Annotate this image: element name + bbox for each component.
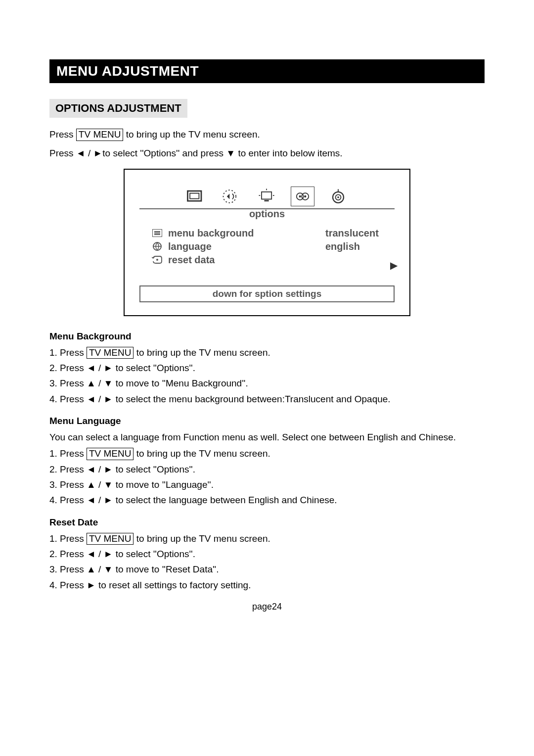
tab-options-icon [291,187,314,206]
menu-item-value: english [325,241,395,252]
section-heading: OPTIONS ADJUSTMENT [49,99,187,118]
svg-point-7 [299,195,301,197]
instruction-step: 1. Press TV MENU to bring up the TV menu… [49,446,485,461]
intro-text: Press ◄ / ►to select ''Options'' and pre… [49,145,485,161]
menu-row-background: menu background translucent [151,228,395,239]
screen-footer-note: down for sption settings [139,285,395,302]
instruction-step: 3. Press ▲ / ▼ to move to ''Reset Data''… [49,562,485,577]
tv-menu-screenshot: options menu background translucent lang… [124,169,410,316]
intro-text: Press [49,129,76,140]
tab-channel-icon [326,187,350,206]
menu-item-value: translucent [325,228,395,239]
subsection-title: Menu Background [49,331,485,342]
tab-sound-icon [220,187,243,206]
tv-menu-button-label: TV MENU [76,129,124,141]
list-icon [151,229,163,237]
instruction-step: 1. Press TV MENU to bring up the TV menu… [49,345,485,360]
intro-text: to bring up the TV menu screen. [123,129,260,140]
step-text: to bring up the TV menu screen. [134,347,270,358]
menu-list: menu background translucent language eng… [151,228,395,266]
page-title: MENU ADJUSTMENT [49,59,485,83]
instruction-step: 1. Press TV MENU to bring up the TV menu… [49,531,485,546]
step-text: 1. Press [49,347,87,358]
svg-rect-4 [265,200,269,201]
step-text: 1. Press [49,448,87,459]
tv-menu-button-label: TV MENU [87,347,134,359]
svg-point-11 [337,196,339,198]
menu-row-reset: reset data [151,254,395,266]
svg-point-17 [156,259,158,261]
menu-item-label: language [168,241,320,252]
tab-screen-icon [255,187,279,206]
instruction-step: 3. Press ▲ / ▼ to move to ''Menu Backgro… [49,376,485,391]
tv-menu-button-label: TV MENU [87,533,134,545]
instruction-step: 2. Press ◄ / ► to select ''Options''. [49,462,485,477]
instruction-sections: Menu Background1. Press TV MENU to bring… [49,331,485,593]
svg-rect-1 [190,193,199,198]
screen-tab-title: options [249,208,285,219]
svg-rect-3 [262,191,271,199]
page-number: page24 [49,602,485,612]
subsection-title: Menu Language [49,416,485,426]
instruction-step: 2. Press ◄ / ► to select ''Options''. [49,360,485,376]
reset-icon [151,255,163,264]
instruction-step: 2. Press ◄ / ► to select ''Options''. [49,546,485,562]
menu-item-label: reset data [168,254,320,266]
svg-point-8 [304,195,306,197]
step-text: 1. Press [49,533,87,544]
menu-item-label: menu background [168,228,320,239]
subsection-title: Reset Date [49,517,485,528]
instruction-step: 4. Press ◄ / ► to select the language be… [49,492,485,508]
menu-row-language: language english [151,241,395,252]
body-paragraph: You can select a language from Function … [49,429,485,445]
tv-menu-button-label: TV MENU [87,448,134,460]
instruction-step: 4. Press ◄ / ► to select the menu backgr… [49,391,485,407]
instruction-step: 4. Press ► to reset all settings to fact… [49,577,485,593]
intro-block: Press TV MENU to bring up the TV menu sc… [49,127,485,162]
step-text: to bring up the TV menu screen. [134,533,270,544]
arrow-right-icon: ▶ [390,259,398,271]
globe-icon [151,241,163,251]
tab-picture-icon [184,187,208,206]
tab-row [139,187,395,206]
instruction-step: 3. Press ▲ / ▼ to move to ''Language''. [49,477,485,492]
step-text: to bring up the TV menu screen. [134,448,270,459]
